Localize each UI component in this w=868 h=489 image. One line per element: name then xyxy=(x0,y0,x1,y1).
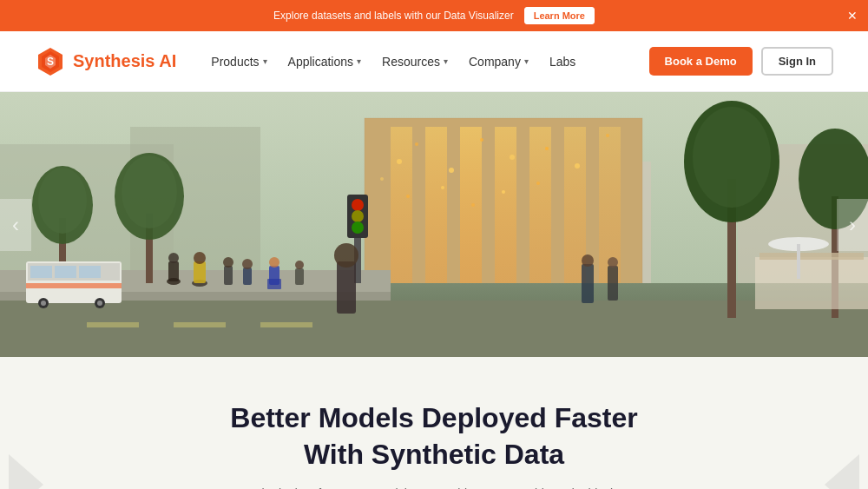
svg-point-73 xyxy=(223,257,233,268)
top-banner: Explore datasets and labels with our Dat… xyxy=(0,0,868,31)
svg-rect-36 xyxy=(0,301,868,357)
logo-text: Synthesis AI xyxy=(73,51,176,71)
svg-rect-85 xyxy=(608,266,618,301)
svg-rect-37 xyxy=(87,322,139,327)
svg-point-24 xyxy=(545,147,549,150)
nav-items: Products ▾ Applications ▾ Resources ▾ Co… xyxy=(202,48,648,76)
logo-icon: S xyxy=(35,46,66,77)
banner-text: Explore datasets and labels with our Dat… xyxy=(273,10,514,22)
nav-item-products[interactable]: Products ▾ xyxy=(202,48,275,76)
svg-point-25 xyxy=(575,163,580,169)
nav-item-company[interactable]: Company ▾ xyxy=(460,48,537,76)
svg-point-19 xyxy=(397,159,402,164)
deco-arrow-left-icon xyxy=(0,450,52,489)
svg-point-31 xyxy=(502,190,505,194)
carousel-next-button[interactable]: › xyxy=(837,199,868,251)
svg-rect-74 xyxy=(243,268,252,285)
nav-item-labs[interactable]: Labs xyxy=(541,48,584,76)
chevron-down-icon: ▾ xyxy=(357,56,361,66)
svg-point-26 xyxy=(606,134,609,137)
svg-point-64 xyxy=(352,210,364,222)
svg-rect-79 xyxy=(295,268,304,285)
carousel-prev-button[interactable]: ‹ xyxy=(0,199,31,251)
nav-item-applications[interactable]: Applications ▾ xyxy=(279,48,371,76)
svg-rect-55 xyxy=(79,266,101,278)
svg-point-80 xyxy=(295,261,304,269)
svg-rect-90 xyxy=(797,244,800,279)
hero-title: Better Models Deployed Faster With Synth… xyxy=(17,400,851,472)
svg-marker-91 xyxy=(9,454,43,489)
svg-rect-72 xyxy=(224,266,233,285)
hero-text-section: Better Models Deployed Faster With Synth… xyxy=(0,357,868,489)
svg-point-29 xyxy=(441,186,444,189)
svg-rect-39 xyxy=(260,322,312,327)
svg-point-22 xyxy=(480,138,483,142)
nav-item-resources[interactable]: Resources ▾ xyxy=(373,48,457,76)
svg-rect-60 xyxy=(26,283,122,288)
logo-accent: AI xyxy=(155,51,176,70)
svg-point-71 xyxy=(194,252,206,264)
chevron-down-icon: ▾ xyxy=(524,56,529,66)
svg-rect-87 xyxy=(755,257,868,309)
hero-scene-svg xyxy=(0,92,868,357)
svg-point-84 xyxy=(582,254,594,267)
hero-image: ‹ › xyxy=(0,92,868,357)
navbar: S Synthesis AI Products ▾ Applications ▾… xyxy=(0,31,868,92)
svg-point-48 xyxy=(693,107,771,208)
svg-point-59 xyxy=(97,301,102,306)
hero-title-line2: With Synthetic Data xyxy=(304,439,564,470)
svg-point-42 xyxy=(38,168,87,234)
svg-point-20 xyxy=(415,142,418,146)
svg-point-82 xyxy=(334,243,358,268)
svg-text:S: S xyxy=(47,56,54,68)
svg-rect-53 xyxy=(30,266,52,278)
svg-rect-88 xyxy=(760,253,864,260)
svg-point-21 xyxy=(449,168,454,173)
chevron-down-icon: ▾ xyxy=(263,56,267,66)
svg-point-28 xyxy=(406,195,410,198)
svg-point-68 xyxy=(168,253,179,263)
sign-in-button[interactable]: Sign In xyxy=(761,47,833,76)
banner-cta[interactable]: Learn More xyxy=(524,7,595,24)
svg-rect-67 xyxy=(168,261,179,281)
svg-point-75 xyxy=(242,259,253,269)
logo[interactable]: S Synthesis AI xyxy=(35,46,176,77)
svg-rect-83 xyxy=(582,264,594,303)
logo-main: Synthesis xyxy=(73,51,155,70)
banner-close-button[interactable]: ✕ xyxy=(847,9,858,23)
chevron-down-icon: ▾ xyxy=(444,56,448,66)
nav-actions: Book a Demo Sign In xyxy=(649,47,833,76)
svg-rect-70 xyxy=(194,261,206,283)
svg-point-77 xyxy=(269,257,279,268)
svg-point-65 xyxy=(352,221,364,234)
svg-rect-38 xyxy=(174,322,226,327)
svg-point-32 xyxy=(536,182,540,185)
svg-rect-54 xyxy=(55,266,76,278)
svg-point-30 xyxy=(471,203,475,207)
svg-rect-81 xyxy=(337,261,356,314)
svg-point-86 xyxy=(608,257,618,268)
svg-point-45 xyxy=(122,155,177,228)
svg-point-27 xyxy=(380,177,384,181)
svg-point-57 xyxy=(41,301,46,306)
svg-marker-92 xyxy=(825,454,859,489)
svg-point-63 xyxy=(352,199,364,211)
hero-title-line1: Better Models Deployed Faster xyxy=(230,402,637,433)
deco-arrow-right-icon xyxy=(816,450,868,489)
svg-rect-78 xyxy=(267,279,281,289)
book-demo-button[interactable]: Book a Demo xyxy=(649,47,753,76)
svg-point-23 xyxy=(510,155,515,160)
